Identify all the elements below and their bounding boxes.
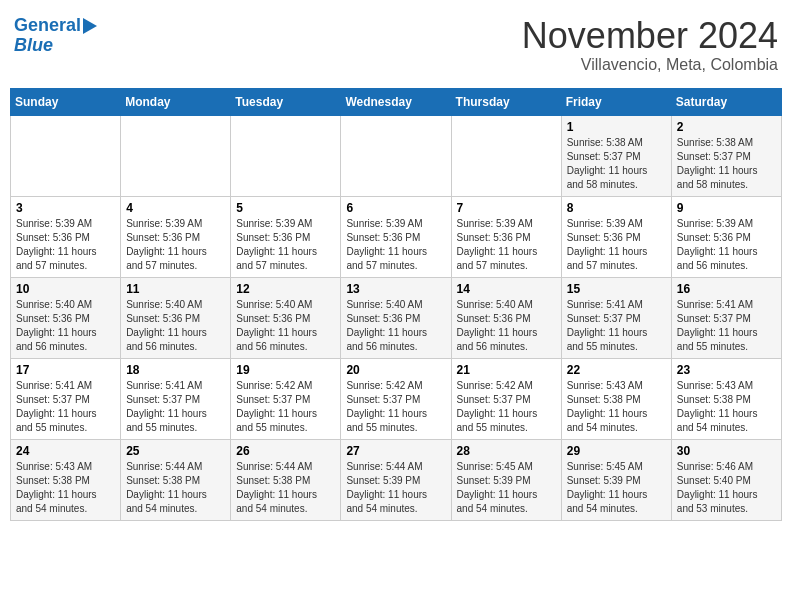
day-number: 16	[677, 282, 776, 296]
day-info: Sunrise: 5:41 AM Sunset: 5:37 PM Dayligh…	[567, 298, 666, 354]
table-row: 7Sunrise: 5:39 AM Sunset: 5:36 PM Daylig…	[451, 196, 561, 277]
calendar-table: Sunday Monday Tuesday Wednesday Thursday…	[10, 88, 782, 521]
day-number: 22	[567, 363, 666, 377]
day-info: Sunrise: 5:41 AM Sunset: 5:37 PM Dayligh…	[16, 379, 115, 435]
day-info: Sunrise: 5:44 AM Sunset: 5:39 PM Dayligh…	[346, 460, 445, 516]
table-row: 18Sunrise: 5:41 AM Sunset: 5:37 PM Dayli…	[121, 358, 231, 439]
day-number: 27	[346, 444, 445, 458]
day-number: 1	[567, 120, 666, 134]
calendar-week-row: 3Sunrise: 5:39 AM Sunset: 5:36 PM Daylig…	[11, 196, 782, 277]
location-text: Villavencio, Meta, Colombia	[522, 56, 778, 74]
day-info: Sunrise: 5:43 AM Sunset: 5:38 PM Dayligh…	[567, 379, 666, 435]
day-number: 5	[236, 201, 335, 215]
day-info: Sunrise: 5:45 AM Sunset: 5:39 PM Dayligh…	[457, 460, 556, 516]
table-row: 20Sunrise: 5:42 AM Sunset: 5:37 PM Dayli…	[341, 358, 451, 439]
day-number: 19	[236, 363, 335, 377]
col-sunday: Sunday	[11, 88, 121, 115]
table-row	[341, 115, 451, 196]
day-number: 9	[677, 201, 776, 215]
day-info: Sunrise: 5:39 AM Sunset: 5:36 PM Dayligh…	[567, 217, 666, 273]
day-info: Sunrise: 5:39 AM Sunset: 5:36 PM Dayligh…	[16, 217, 115, 273]
day-info: Sunrise: 5:40 AM Sunset: 5:36 PM Dayligh…	[457, 298, 556, 354]
day-info: Sunrise: 5:38 AM Sunset: 5:37 PM Dayligh…	[567, 136, 666, 192]
day-number: 25	[126, 444, 225, 458]
calendar-week-row: 24Sunrise: 5:43 AM Sunset: 5:38 PM Dayli…	[11, 439, 782, 520]
table-row: 6Sunrise: 5:39 AM Sunset: 5:36 PM Daylig…	[341, 196, 451, 277]
col-tuesday: Tuesday	[231, 88, 341, 115]
day-number: 3	[16, 201, 115, 215]
table-row: 27Sunrise: 5:44 AM Sunset: 5:39 PM Dayli…	[341, 439, 451, 520]
table-row: 3Sunrise: 5:39 AM Sunset: 5:36 PM Daylig…	[11, 196, 121, 277]
table-row: 5Sunrise: 5:39 AM Sunset: 5:36 PM Daylig…	[231, 196, 341, 277]
calendar-header-row: Sunday Monday Tuesday Wednesday Thursday…	[11, 88, 782, 115]
table-row	[121, 115, 231, 196]
day-number: 11	[126, 282, 225, 296]
day-info: Sunrise: 5:38 AM Sunset: 5:37 PM Dayligh…	[677, 136, 776, 192]
col-monday: Monday	[121, 88, 231, 115]
table-row: 13Sunrise: 5:40 AM Sunset: 5:36 PM Dayli…	[341, 277, 451, 358]
day-info: Sunrise: 5:40 AM Sunset: 5:36 PM Dayligh…	[16, 298, 115, 354]
table-row: 22Sunrise: 5:43 AM Sunset: 5:38 PM Dayli…	[561, 358, 671, 439]
table-row: 23Sunrise: 5:43 AM Sunset: 5:38 PM Dayli…	[671, 358, 781, 439]
logo-text-general: General	[14, 16, 81, 36]
day-number: 6	[346, 201, 445, 215]
day-number: 4	[126, 201, 225, 215]
day-info: Sunrise: 5:40 AM Sunset: 5:36 PM Dayligh…	[346, 298, 445, 354]
day-info: Sunrise: 5:40 AM Sunset: 5:36 PM Dayligh…	[236, 298, 335, 354]
day-number: 30	[677, 444, 776, 458]
table-row	[451, 115, 561, 196]
table-row: 4Sunrise: 5:39 AM Sunset: 5:36 PM Daylig…	[121, 196, 231, 277]
title-block: November 2024 Villavencio, Meta, Colombi…	[522, 16, 778, 74]
day-number: 2	[677, 120, 776, 134]
day-info: Sunrise: 5:44 AM Sunset: 5:38 PM Dayligh…	[126, 460, 225, 516]
table-row: 2Sunrise: 5:38 AM Sunset: 5:37 PM Daylig…	[671, 115, 781, 196]
table-row: 24Sunrise: 5:43 AM Sunset: 5:38 PM Dayli…	[11, 439, 121, 520]
col-wednesday: Wednesday	[341, 88, 451, 115]
day-number: 14	[457, 282, 556, 296]
day-number: 12	[236, 282, 335, 296]
day-number: 29	[567, 444, 666, 458]
table-row: 19Sunrise: 5:42 AM Sunset: 5:37 PM Dayli…	[231, 358, 341, 439]
day-info: Sunrise: 5:42 AM Sunset: 5:37 PM Dayligh…	[457, 379, 556, 435]
day-info: Sunrise: 5:46 AM Sunset: 5:40 PM Dayligh…	[677, 460, 776, 516]
day-number: 18	[126, 363, 225, 377]
day-number: 20	[346, 363, 445, 377]
day-info: Sunrise: 5:41 AM Sunset: 5:37 PM Dayligh…	[677, 298, 776, 354]
table-row: 30Sunrise: 5:46 AM Sunset: 5:40 PM Dayli…	[671, 439, 781, 520]
day-info: Sunrise: 5:39 AM Sunset: 5:36 PM Dayligh…	[457, 217, 556, 273]
day-number: 26	[236, 444, 335, 458]
day-number: 13	[346, 282, 445, 296]
col-thursday: Thursday	[451, 88, 561, 115]
table-row: 25Sunrise: 5:44 AM Sunset: 5:38 PM Dayli…	[121, 439, 231, 520]
day-info: Sunrise: 5:39 AM Sunset: 5:36 PM Dayligh…	[346, 217, 445, 273]
table-row: 15Sunrise: 5:41 AM Sunset: 5:37 PM Dayli…	[561, 277, 671, 358]
day-info: Sunrise: 5:41 AM Sunset: 5:37 PM Dayligh…	[126, 379, 225, 435]
day-number: 17	[16, 363, 115, 377]
table-row: 1Sunrise: 5:38 AM Sunset: 5:37 PM Daylig…	[561, 115, 671, 196]
table-row: 12Sunrise: 5:40 AM Sunset: 5:36 PM Dayli…	[231, 277, 341, 358]
logo: General Blue	[14, 16, 97, 56]
day-number: 15	[567, 282, 666, 296]
day-number: 8	[567, 201, 666, 215]
table-row: 16Sunrise: 5:41 AM Sunset: 5:37 PM Dayli…	[671, 277, 781, 358]
day-info: Sunrise: 5:40 AM Sunset: 5:36 PM Dayligh…	[126, 298, 225, 354]
table-row: 14Sunrise: 5:40 AM Sunset: 5:36 PM Dayli…	[451, 277, 561, 358]
day-info: Sunrise: 5:42 AM Sunset: 5:37 PM Dayligh…	[236, 379, 335, 435]
day-info: Sunrise: 5:44 AM Sunset: 5:38 PM Dayligh…	[236, 460, 335, 516]
day-number: 24	[16, 444, 115, 458]
calendar-week-row: 17Sunrise: 5:41 AM Sunset: 5:37 PM Dayli…	[11, 358, 782, 439]
day-info: Sunrise: 5:42 AM Sunset: 5:37 PM Dayligh…	[346, 379, 445, 435]
page-header: General Blue November 2024 Villavencio, …	[10, 10, 782, 80]
day-info: Sunrise: 5:39 AM Sunset: 5:36 PM Dayligh…	[236, 217, 335, 273]
day-number: 21	[457, 363, 556, 377]
table-row: 17Sunrise: 5:41 AM Sunset: 5:37 PM Dayli…	[11, 358, 121, 439]
calendar-week-row: 1Sunrise: 5:38 AM Sunset: 5:37 PM Daylig…	[11, 115, 782, 196]
logo-text-blue: Blue	[14, 36, 53, 56]
day-number: 10	[16, 282, 115, 296]
table-row: 26Sunrise: 5:44 AM Sunset: 5:38 PM Dayli…	[231, 439, 341, 520]
table-row	[231, 115, 341, 196]
table-row: 9Sunrise: 5:39 AM Sunset: 5:36 PM Daylig…	[671, 196, 781, 277]
table-row	[11, 115, 121, 196]
table-row: 8Sunrise: 5:39 AM Sunset: 5:36 PM Daylig…	[561, 196, 671, 277]
table-row: 28Sunrise: 5:45 AM Sunset: 5:39 PM Dayli…	[451, 439, 561, 520]
